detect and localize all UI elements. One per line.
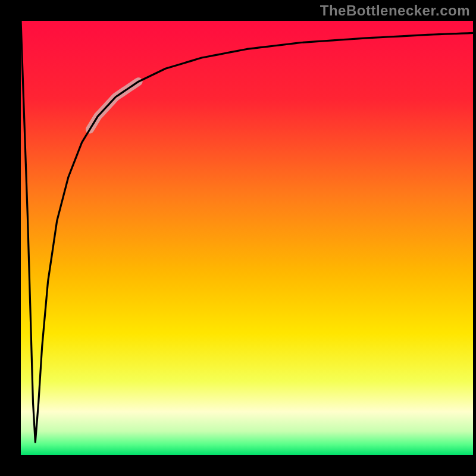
chart-frame: TheBottlenecker.com (0, 0, 476, 476)
bottleneck-curve (21, 21, 473, 442)
highlight-segment (90, 82, 139, 129)
curve-layer (21, 21, 473, 455)
plot-area (21, 21, 473, 455)
watermark-text: TheBottlenecker.com (320, 2, 470, 19)
